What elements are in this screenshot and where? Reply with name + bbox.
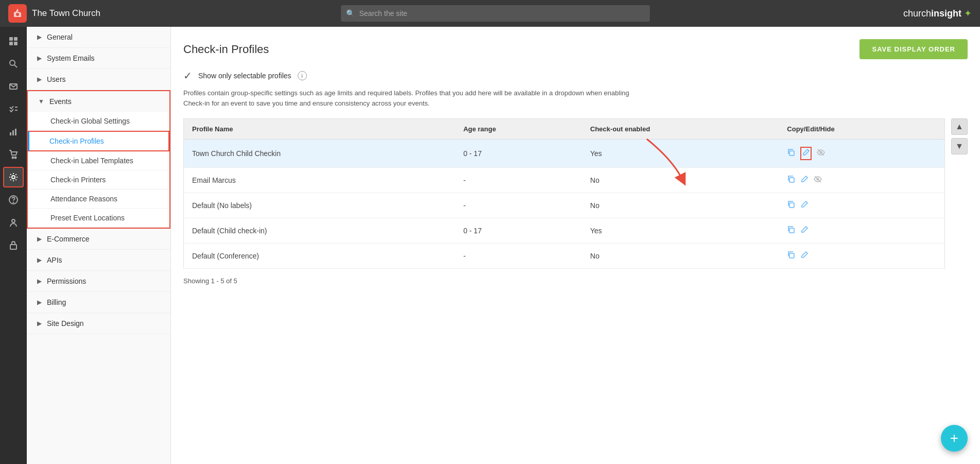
copy-icon[interactable] — [787, 251, 795, 261]
copy-icon[interactable] — [787, 175, 795, 185]
sidebar-item-users[interactable]: ▶ Users — [27, 69, 170, 90]
submenu-label: Attendance Reasons — [50, 195, 117, 203]
showing-text: Showing 1 - 5 of 5 — [183, 277, 968, 285]
nav-person[interactable] — [3, 212, 24, 233]
sidebar-item-label: Users — [47, 75, 66, 83]
logo-icon — [8, 4, 27, 23]
sidebar-item-system-emails[interactable]: ▶ System Emails — [27, 48, 170, 69]
copy-icon[interactable] — [787, 148, 795, 159]
cell-profile-name: Email Marcus — [184, 168, 455, 193]
sidebar-item-preset-event-locations[interactable]: Preset Event Locations — [28, 209, 169, 228]
nav-settings[interactable] — [3, 167, 24, 187]
content-inner: Check-in Profiles SAVE DISPLAY ORDER ✓ S… — [183, 39, 968, 285]
sort-down-button[interactable]: ▼ — [951, 138, 968, 154]
search-bar[interactable]: 🔍 — [341, 5, 650, 22]
chevron-right-icon: ▶ — [37, 55, 42, 62]
table-body: Town Church Child Checkin 0 - 17 Yes — [184, 140, 945, 269]
cell-actions — [779, 244, 944, 269]
sidebar-item-label: System Emails — [47, 54, 95, 62]
page-title: Check-in Profiles — [183, 43, 269, 56]
edit-icon[interactable] — [802, 148, 810, 159]
search-icon: 🔍 — [346, 9, 355, 18]
nav-mail[interactable] — [3, 76, 24, 97]
nav-lock[interactable] — [3, 235, 24, 255]
sort-controls: ▲ ▼ — [951, 118, 968, 154]
info-icon[interactable]: i — [298, 71, 307, 80]
col-checkout-enabled: Check-out enabled — [582, 119, 779, 140]
action-icons — [787, 147, 936, 160]
sidebar-item-site-design[interactable]: ▶ Site Design — [27, 313, 170, 334]
submenu-label: Check-in Global Settings — [50, 117, 130, 125]
sidebar-item-checkin-printers[interactable]: Check-in Printers — [28, 170, 169, 190]
cell-profile-name: Town Church Child Checkin — [184, 140, 455, 168]
nav-cart[interactable] — [3, 144, 24, 165]
cell-age-range: - — [455, 193, 582, 218]
submenu-label: Check-in Printers — [50, 176, 106, 184]
cell-checkout: Yes — [582, 218, 779, 244]
sidebar-item-permissions[interactable]: ▶ Permissions — [27, 271, 170, 292]
edit-icon[interactable] — [800, 226, 809, 236]
sidebar-item-apis[interactable]: ▶ APIs — [27, 250, 170, 271]
col-copy-edit-hide: Copy/Edit/Hide — [779, 119, 944, 140]
sidebar-item-ecommerce[interactable]: ▶ E-Commerce — [27, 229, 170, 250]
table-area: Profile Name Age range Check-out enabled… — [183, 118, 968, 269]
cell-age-range: - — [455, 244, 582, 269]
add-button[interactable]: + — [941, 425, 968, 452]
submenu-label: Preset Event Locations — [50, 214, 125, 222]
sidebar-item-checkin-profiles[interactable]: Check-in Profiles — [28, 131, 169, 151]
org-name: The Town Church — [32, 8, 100, 19]
edit-icon-highlight — [800, 147, 812, 160]
sort-up-button[interactable]: ▲ — [951, 118, 968, 135]
sidebar-item-label: Site Design — [47, 319, 84, 328]
hide-icon[interactable] — [814, 175, 822, 185]
sidebar-item-events[interactable]: ▼ Events — [28, 91, 169, 112]
chevron-right-icon: ▶ — [37, 256, 42, 264]
cell-checkout: Yes — [582, 140, 779, 168]
cell-checkout: No — [582, 193, 779, 218]
nav-dashboard[interactable] — [3, 31, 24, 51]
filter-row: ✓ Show only selectable profiles i — [183, 70, 968, 82]
edit-icon[interactable] — [800, 251, 809, 261]
chevron-down-icon: ▼ — [38, 98, 44, 105]
cell-profile-name: Default (No labels) — [184, 193, 455, 218]
edit-icon[interactable] — [800, 200, 809, 211]
nav-chart[interactable] — [3, 122, 24, 142]
table-row: Town Church Child Checkin 0 - 17 Yes — [184, 140, 945, 168]
cell-actions — [779, 140, 944, 168]
brand-logo: churchinsight ✦ — [869, 8, 972, 19]
search-input[interactable] — [341, 5, 650, 22]
table-row: Default (Child check-in) 0 - 17 Yes — [184, 218, 945, 244]
svg-point-17 — [13, 202, 14, 203]
nav-question[interactable] — [3, 190, 24, 210]
chevron-right-icon: ▶ — [37, 76, 42, 83]
sidebar-item-label: General — [47, 33, 73, 41]
chevron-right-icon: ▶ — [37, 320, 42, 327]
copy-icon[interactable] — [787, 226, 795, 236]
svg-point-5 — [10, 60, 15, 65]
filter-checkbox[interactable]: ✓ — [183, 70, 192, 82]
cell-checkout: No — [582, 244, 779, 269]
sidebar-item-checkin-label-templates[interactable]: Check-in Label Templates — [28, 151, 169, 170]
submenu-label: Check-in Profiles — [49, 137, 104, 145]
copy-icon[interactable] — [787, 200, 795, 211]
sidebar-item-label: Permissions — [47, 277, 86, 285]
action-icons — [787, 200, 936, 211]
cell-age-range: 0 - 17 — [455, 218, 582, 244]
nav-search[interactable] — [3, 54, 24, 74]
cell-age-range: - — [455, 168, 582, 193]
sidebar-item-checkin-global[interactable]: Check-in Global Settings — [28, 112, 169, 131]
org-logo[interactable]: The Town Church — [8, 4, 122, 23]
cell-checkout: No — [582, 168, 779, 193]
save-display-order-button[interactable]: SAVE DISPLAY ORDER — [859, 39, 968, 59]
main-layout: ▶ General ▶ System Emails ▶ Users ▼ Even… — [0, 27, 980, 464]
svg-rect-19 — [10, 245, 16, 249]
sidebar-item-billing[interactable]: ▶ Billing — [27, 292, 170, 313]
content-area: Check-in Profiles SAVE DISPLAY ORDER ✓ S… — [171, 27, 980, 464]
col-age-range: Age range — [455, 119, 582, 140]
hide-icon[interactable] — [817, 148, 825, 159]
events-submenu: Check-in Global Settings Check-in Profil… — [28, 112, 169, 228]
nav-checklist[interactable] — [3, 99, 24, 119]
sidebar-item-general[interactable]: ▶ General — [27, 27, 170, 48]
edit-icon[interactable] — [800, 175, 809, 185]
sidebar-item-attendance-reasons[interactable]: Attendance Reasons — [28, 190, 169, 209]
